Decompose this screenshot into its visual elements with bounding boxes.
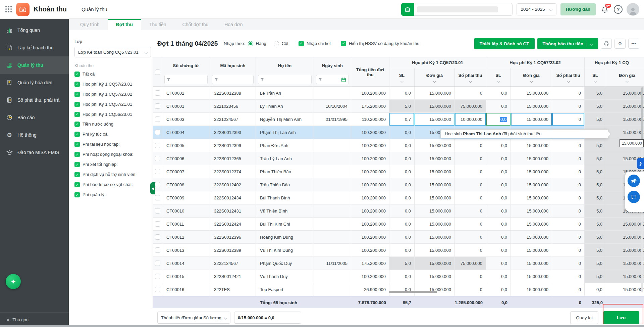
cell-fee2-price[interactable]: 15.000.000 [511,139,552,152]
cell-fee3-qty[interactable]: 5,0 [585,204,606,218]
cell-fee1-price[interactable]: 15.000.000 [415,87,455,100]
cell-fee2-amount[interactable]: 0 [552,100,585,113]
cell-full-name[interactable]: Nguyễn Thị Minh Anh [256,113,314,126]
cell-dob[interactable]: 10/10/2004 [314,100,351,113]
cell-fee3-qty[interactable]: 5,0 [585,139,606,152]
fee-checkbox-item[interactable]: ✓Tiền nước uống [74,122,145,127]
cell-student-code[interactable]: 322S0012431 [210,204,256,218]
sidebar-item-l-p-k-ho-ch-thu[interactable]: $Lập kế hoạch thu [0,39,69,56]
fee-checkbox-item[interactable]: ✓Học phí Kỳ 1 CQ57/23.02 [74,92,145,97]
checkbox-checked-icon[interactable]: ✓ [74,172,80,177]
cell-fee2-qty[interactable]: 0,0 [486,113,511,126]
help-icon[interactable]: ? [614,5,623,14]
cell-full-name[interactable]: Trần Thiên Bảo [256,178,314,191]
cell-student-code[interactable]: 322S0012396 [210,231,256,244]
sort-chevron-icon[interactable] [530,80,533,83]
row-checkbox[interactable] [155,182,160,187]
checkbox-checked-icon[interactable]: ✓ [74,142,80,147]
cell-fee3-qty[interactable]: 5,0 [585,178,606,191]
checkbox-checked-icon[interactable]: ✓ [74,72,80,77]
sidebar-item-s-ph-i-thu-ph-i-tr-[interactable]: $Sổ phải thu, phải trả [0,91,69,109]
row-checkbox[interactable] [155,156,160,161]
floating-edit-cell[interactable]: 15.000.000 [620,139,644,147]
fee-checkbox-item[interactable]: ✓Phí bảo trì cơ sở vật chất: [74,182,145,188]
sort-chevron-icon[interactable] [497,80,500,83]
cell-dob[interactable] [314,244,351,257]
cell-full-name[interactable]: Bùi Thị Kim Chi [256,218,314,231]
cell-full-name[interactable]: Trần Lý Lan Anh [256,152,314,165]
cell-total[interactable]: 175.200.000 [351,257,389,270]
cell-fee2-price[interactable]: 15.000.000 [511,231,552,244]
cell-full-name[interactable]: Bùi Thanh Bình [256,191,314,204]
cell-fee1-price[interactable]: 15.000.000 [415,270,455,283]
cell-student-code[interactable]: 322S0012399 [210,139,256,152]
cell-total[interactable]: 100.200.000 [351,270,389,283]
cell-voucher[interactable]: CT00012 [162,231,210,244]
cell-total[interactable]: 100.200.000 [351,152,389,165]
cell-student-code[interactable]: 322S0012365 [210,152,256,165]
cell-fee1-amount[interactable]: 0 [455,152,486,165]
cell-fee2-price[interactable]: 15.000.000 [511,113,552,126]
radio-columns-label[interactable]: Cột [282,41,288,46]
cell-fee1-amount[interactable]: 0 [455,87,486,100]
sort-chevron-icon[interactable] [433,80,436,83]
cell-fee3-qty[interactable]: 5,0 [585,152,606,165]
cell-fee3-price[interactable]: 15.000.000 [606,100,644,113]
sort-chevron-icon[interactable] [400,80,404,83]
sort-chevron-icon[interactable] [594,80,597,83]
cell-fee1-amount[interactable]: 0 [455,204,486,218]
cell-fee1-price[interactable]: 15.000.000 [415,152,455,165]
row-checkbox[interactable] [155,274,160,279]
fee-checkbox-item[interactable]: ✓Phí ký túc xá [74,132,145,137]
show-registered-checkbox[interactable]: ✓ [341,41,346,46]
cell-dob[interactable] [314,165,351,178]
cell-fee3-qty[interactable]: 5,0 [585,87,606,100]
cell-fee2-qty[interactable]: 0,0 [486,152,511,165]
cell-fee3-qty[interactable]: 0,0 [585,283,606,296]
row-checkbox[interactable] [155,234,160,240]
cell-fee3-qty[interactable]: 5,0 [585,191,606,204]
cell-fee2-amount[interactable]: 0 [552,283,585,296]
cell-fee2-amount[interactable]: 0 [552,178,585,191]
cell-fee3-qty[interactable]: 5,0 [585,257,606,270]
cell-fee1-qty[interactable]: 0,0 [389,87,415,100]
cell-fee3-price[interactable]: 15.000.000 [606,257,644,270]
school-year-select[interactable]: 2024 - 2025 [517,3,556,15]
cell-voucher[interactable]: CT00010 [162,204,210,218]
cell-fee2-amount[interactable]: 0 [552,231,585,244]
sidebar-item--o-t-o-misa-emis[interactable]: Đào tạo MISA EMIS [0,144,69,161]
cell-fee1-qty[interactable]: 0,0 [389,270,415,283]
sidebar-item-qu-n-l-h-a-n[interactable]: Quản lý hóa đơn [0,74,69,91]
cell-fee3-price[interactable]: 15.000.000 [606,244,644,257]
cell-full-name[interactable]: Phan Thiên Bảo [256,165,314,178]
cell-fee2-price[interactable]: 15.000.000 [511,283,552,296]
row-checkbox[interactable] [155,221,160,227]
cell-fee1-price[interactable]: 15.000.000 [415,191,455,204]
chat-icon[interactable] [628,191,640,203]
cell-fee2-amount[interactable]: 0 [552,204,585,218]
checkbox-checked-icon[interactable]: ✓ [74,122,80,127]
cell-fee2-amount[interactable]: 0 [552,244,585,257]
announcement-icon[interactable] [628,175,640,187]
cell-fee2-price[interactable]: 15.000.000 [511,270,552,283]
cell-fee1-amount[interactable]: 0 [455,244,486,257]
row-checkbox[interactable] [155,287,160,292]
row-checkbox[interactable] [155,195,160,200]
checkbox-checked-icon[interactable]: ✓ [74,92,80,97]
cell-student-code[interactable]: 322S0012393 [210,126,256,139]
cell-dob[interactable] [314,270,351,283]
cell-fee3-price[interactable]: 15.000.000 [606,283,644,296]
radio-rows[interactable] [248,41,253,46]
cell-fee2-amount[interactable]: 0 [552,191,585,204]
cell-fee1-price[interactable]: 15.000.000 [415,178,455,191]
cell-voucher[interactable]: CT00008 [162,178,210,191]
cell-dob[interactable]: 01/01/1995 [314,113,351,126]
fee-checkbox-item[interactable]: ✓Phí tài liệu học tập: [74,142,145,147]
cell-fee1-amount[interactable]: 0 [455,218,486,231]
notifications-bell-icon[interactable]: 9+ [600,4,610,14]
row-checkbox[interactable] [155,208,160,214]
cell-student-code[interactable]: 322S0012434 [210,191,256,204]
cell-total[interactable]: 175.200.000 [351,100,389,113]
breadcrumb[interactable]: Quản lý thu [82,6,107,12]
sort-chevron-icon[interactable] [567,80,570,83]
